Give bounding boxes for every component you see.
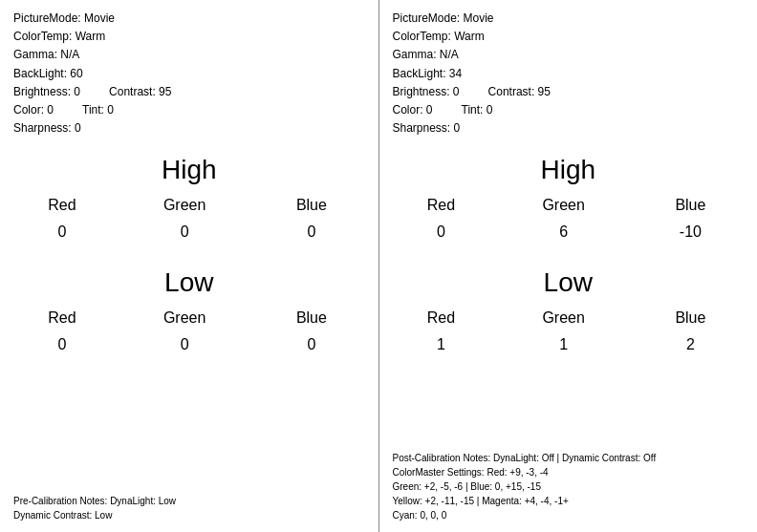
right-high-blue-header: Blue	[638, 193, 744, 218]
right-high-green-value: 6	[489, 218, 637, 246]
right-color-temp: ColorTemp: Warm	[393, 28, 745, 46]
right-low-green-value: 1	[489, 330, 637, 359]
left-sharpness: Sharpness: 0	[13, 119, 365, 138]
left-color-temp: ColorTemp: Warm	[13, 28, 365, 46]
right-high-table: Red Green Blue 0 6 -10	[393, 193, 745, 246]
right-high-red-header: Red	[393, 193, 490, 218]
left-color: Color: 0	[13, 101, 54, 119]
left-low-green-header: Green	[111, 306, 258, 330]
right-notes-line1: Post-Calibration Notes: DynaLight: Off |…	[393, 451, 745, 465]
left-high-title: High	[13, 155, 365, 185]
left-tint: Tint: 0	[82, 101, 114, 119]
right-low-red-value: 1	[393, 330, 490, 359]
right-low-green-header: Green	[489, 306, 637, 330]
right-sharpness: Sharpness: 0	[393, 119, 745, 138]
right-info: PictureMode: Movie ColorTemp: Warm Gamma…	[393, 10, 745, 138]
left-high-red-value: 0	[13, 218, 111, 246]
left-high-blue-value: 0	[258, 218, 364, 246]
left-high-green-value: 0	[111, 218, 258, 246]
left-backlight: BackLight: 60	[13, 65, 365, 83]
right-high-red-value: 0	[393, 218, 490, 246]
right-notes: Post-Calibration Notes: DynaLight: Off |…	[393, 451, 745, 522]
right-low-blue-header: Blue	[638, 306, 744, 330]
left-info: PictureMode: Movie ColorTemp: Warm Gamma…	[13, 10, 365, 138]
left-low-green-value: 0	[111, 330, 258, 359]
right-low-table: Red Green Blue 1 1 2	[393, 306, 745, 359]
right-low-red-header: Red	[393, 306, 490, 330]
left-high-table: Red Green Blue 0 0 0	[13, 193, 365, 246]
right-low-blue-value: 2	[638, 330, 744, 359]
left-low-blue-header: Blue	[258, 306, 364, 330]
left-low-red-value: 0	[13, 330, 111, 359]
right-low-title: Low	[393, 267, 745, 298]
right-panel: PictureMode: Movie ColorTemp: Warm Gamma…	[379, 0, 758, 532]
right-notes-line5: Cyan: 0, 0, 0	[393, 508, 745, 522]
right-gamma: Gamma: N/A	[393, 46, 745, 64]
right-high-blue-value: -10	[638, 218, 744, 246]
left-contrast: Contrast: 95	[109, 83, 171, 101]
left-high-green-header: Green	[111, 193, 258, 218]
right-notes-line3: Green: +2, -5, -6 | Blue: 0, +15, -15	[393, 479, 745, 494]
left-high-red-header: Red	[13, 193, 111, 218]
right-high-title: High	[393, 155, 745, 185]
left-notes-line1: Pre-Calibration Notes: DynaLight: Low	[13, 494, 365, 508]
left-low-table: Red Green Blue 0 0 0	[13, 306, 365, 359]
right-contrast: Contrast: 95	[488, 83, 551, 101]
left-gamma: Gamma: N/A	[13, 46, 365, 64]
right-tint: Tint: 0	[462, 101, 493, 119]
left-brightness: Brightness: 0	[13, 83, 80, 101]
left-high-blue-header: Blue	[258, 193, 364, 218]
right-high-green-header: Green	[489, 193, 637, 218]
right-backlight: BackLight: 34	[393, 65, 745, 83]
left-picture-mode: PictureMode: Movie	[13, 10, 365, 28]
left-low-blue-value: 0	[258, 330, 364, 359]
left-low-red-header: Red	[13, 306, 111, 330]
left-panel: PictureMode: Movie ColorTemp: Warm Gamma…	[0, 0, 379, 532]
left-notes-line2: Dynamic Contrast: Low	[13, 508, 365, 522]
right-brightness: Brightness: 0	[393, 83, 460, 101]
right-notes-line4: Yellow: +2, -11, -15 | Magenta: +4, -4, …	[393, 494, 745, 508]
left-notes: Pre-Calibration Notes: DynaLight: Low Dy…	[13, 494, 365, 522]
left-low-title: Low	[13, 267, 365, 298]
right-notes-line2: ColorMaster Settings: Red: +9, -3, -4	[393, 465, 745, 479]
right-picture-mode: PictureMode: Movie	[393, 10, 745, 28]
right-color: Color: 0	[393, 101, 433, 119]
